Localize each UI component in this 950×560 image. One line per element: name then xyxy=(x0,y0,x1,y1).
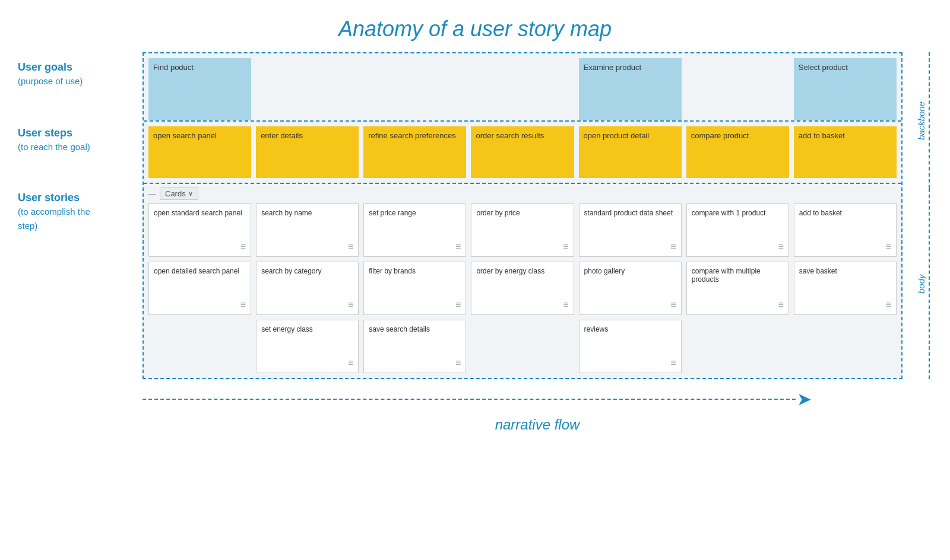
step-card-compare-product: compare product xyxy=(686,126,789,178)
goal-card-examine-product: Examine product xyxy=(579,58,682,120)
story-card-empty xyxy=(148,320,251,373)
goals-row: Find poduct Examine product Select produ… xyxy=(144,53,901,122)
steps-row: open search panel enter details refine s… xyxy=(144,122,901,184)
story-column-1: search by name ≡ search by category ≡ se… xyxy=(256,203,359,373)
step-card-order-results: order search results xyxy=(471,126,574,178)
card-lines-icon: ≡ xyxy=(154,295,246,310)
card-lines-icon: ≡ xyxy=(799,237,891,252)
card-lines-icon: ≡ xyxy=(584,237,676,252)
goal-card-find-product: Find poduct xyxy=(148,58,251,120)
card-lines-icon: ≡ xyxy=(369,295,461,310)
cards-toggle[interactable]: Cards ∨ xyxy=(160,187,198,200)
story-card-photo-gallery: photo gallery ≡ xyxy=(579,262,682,315)
narrative-arrow-icon: ➤ xyxy=(797,389,812,409)
user-steps-label: User steps(to reach the goal) xyxy=(18,120,142,183)
page-title: Anatomy of a user story map xyxy=(0,0,950,52)
user-stories-label: User stories(to accomplish thestep) xyxy=(18,183,142,233)
story-column-3: order by price ≡ order by energy class ≡ xyxy=(471,203,574,373)
card-lines-icon: ≡ xyxy=(692,295,784,310)
story-card-order-price: order by price ≡ xyxy=(471,203,574,257)
story-card-open-detailed: open detailed search panel ≡ xyxy=(148,262,251,315)
user-goals-label: User goals(purpose of use) xyxy=(18,52,142,120)
card-lines-icon: ≡ xyxy=(369,354,461,368)
card-lines-icon: ≡ xyxy=(154,237,246,252)
goal-card-empty-3 xyxy=(471,58,574,120)
stories-section: — Cards ∨ open standard search panel ≡ xyxy=(144,184,901,378)
card-lines-icon: ≡ xyxy=(799,295,891,310)
card-lines-icon: ≡ xyxy=(584,354,676,368)
card-lines-icon: ≡ xyxy=(261,354,353,368)
card-lines-icon: ≡ xyxy=(476,295,568,310)
story-card-price-range: set price range ≡ xyxy=(363,203,466,257)
step-card-open-product: open product detail xyxy=(579,126,682,178)
story-card-search-category: search by category ≡ xyxy=(256,262,359,315)
goal-card-empty-4 xyxy=(686,58,789,120)
cards-header: — Cards ∨ xyxy=(148,187,897,200)
step-card-enter-details: enter details xyxy=(256,126,359,178)
body-label: body xyxy=(916,189,930,379)
story-card-product-data: standard product data sheet ≡ xyxy=(579,203,682,257)
story-card-search-name: search by name ≡ xyxy=(256,203,359,257)
story-column-5: compare with 1 product ≡ compare with mu… xyxy=(686,203,789,373)
story-card-empty xyxy=(794,320,897,373)
story-card-compare-1: compare with 1 product ≡ xyxy=(686,203,789,257)
card-lines-icon: ≡ xyxy=(476,237,568,252)
story-card-add-basket: add to basket ≡ xyxy=(794,203,897,257)
story-column-2: set price range ≡ filter by brands ≡ sav… xyxy=(363,203,466,373)
card-lines-icon: ≡ xyxy=(369,237,461,252)
narrative-flow-label: narrative flow xyxy=(18,414,932,440)
stories-grid: open standard search panel ≡ open detail… xyxy=(148,203,897,373)
story-column-0: open standard search panel ≡ open detail… xyxy=(148,203,251,373)
story-card-order-energy: order by energy class ≡ xyxy=(471,262,574,315)
story-card-save-basket: save basket ≡ xyxy=(794,262,897,315)
card-lines-icon: ≡ xyxy=(692,237,784,252)
story-card-open-standard: open standard search panel ≡ xyxy=(148,203,251,257)
card-lines-icon: ≡ xyxy=(261,295,353,310)
story-column-4: standard product data sheet ≡ photo gall… xyxy=(579,203,682,373)
card-lines-icon: ≡ xyxy=(584,295,676,310)
story-map: Find poduct Examine product Select produ… xyxy=(142,52,902,379)
step-card-open-search: open search panel xyxy=(148,126,251,178)
story-card-filter-brands: filter by brands ≡ xyxy=(363,262,466,315)
story-card-save-search: save search details ≡ xyxy=(363,320,466,373)
story-card-reviews: reviews ≡ xyxy=(579,320,682,373)
story-column-6: add to basket ≡ save basket ≡ xyxy=(794,203,897,373)
backbone-label: backbone xyxy=(916,52,930,189)
story-card-empty xyxy=(686,320,789,373)
story-card-empty xyxy=(471,320,574,373)
story-card-compare-multiple: compare with multiple products ≡ xyxy=(686,262,789,315)
goal-card-select-product: Select product xyxy=(794,58,897,120)
step-card-refine-search: refine search preferences xyxy=(363,126,466,178)
narrative-line xyxy=(142,399,796,400)
card-lines-icon: ≡ xyxy=(261,237,353,252)
step-card-add-basket: add to basket xyxy=(794,126,897,178)
story-card-set-energy: set energy class ≡ xyxy=(256,320,359,373)
goal-card-empty-1 xyxy=(256,58,359,120)
goal-card-empty-2 xyxy=(363,58,466,120)
